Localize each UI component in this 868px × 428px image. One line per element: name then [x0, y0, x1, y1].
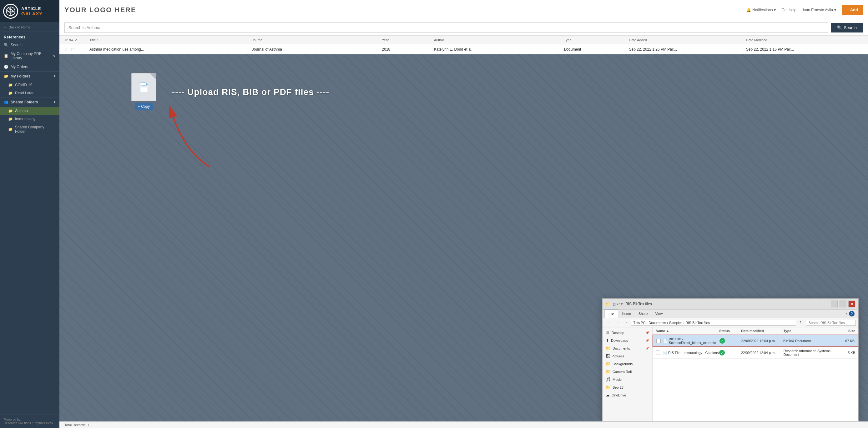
- sidebar-item-read-later[interactable]: 📁 Read Later: [0, 89, 59, 97]
- get-help-button[interactable]: Get Help: [781, 8, 796, 12]
- fe-close-button[interactable]: ✕: [848, 300, 855, 307]
- sidebar-item-immunology[interactable]: 📁 Immunology: [0, 115, 59, 123]
- table-col-date-added: Date Added: [629, 38, 746, 42]
- fe-maximize-button[interactable]: □: [840, 300, 846, 307]
- pictures-icon: 🖼: [606, 354, 610, 358]
- bib-file-name: 📄 BIB File - ScienceDirect_bibtex_exampl…: [656, 337, 719, 344]
- ris-checkbox[interactable]: [656, 351, 660, 355]
- table-row[interactable]: ☆ 🏷 Asthma medication use among... Journ…: [59, 44, 868, 54]
- notifications-button[interactable]: 🔔 Notifications ▾: [746, 8, 776, 12]
- fe-ribbon: File Home Share View ∧ ?: [602, 309, 858, 318]
- sidebar-item-search[interactable]: 🔍 Search: [0, 41, 59, 50]
- col-type-header[interactable]: Type: [783, 329, 836, 333]
- fe-back-button[interactable]: ←: [605, 320, 613, 326]
- logo-icon: [3, 4, 18, 19]
- fe-minimize-button[interactable]: ─: [831, 300, 838, 307]
- sidebar: ARTICLE GALAXY ← Back to Home References…: [0, 0, 59, 428]
- fe-forward-button[interactable]: →: [614, 320, 622, 326]
- ris-type: Research Information Systems Document: [783, 349, 836, 357]
- add-button[interactable]: + Add: [842, 5, 863, 15]
- fe-item-pictures[interactable]: 🖼 Pictures: [602, 352, 652, 360]
- col-status-header[interactable]: Status: [719, 329, 741, 333]
- bib-checkbox[interactable]: [656, 339, 661, 343]
- plus-icon[interactable]: +: [54, 74, 56, 78]
- folder-shared-company-icon: 📁: [8, 127, 13, 132]
- shared-folders-header[interactable]: 👥 Shared Folders +: [0, 97, 59, 107]
- folder-covid-icon: 📁: [8, 83, 13, 87]
- ris-status: ✓: [719, 350, 741, 356]
- fe-folder-icon: 📁: [606, 302, 610, 306]
- sidebar-item-asthma[interactable]: 📁 Asthma: [0, 107, 59, 115]
- fe-tab-home[interactable]: Home: [618, 310, 635, 318]
- fe-file-row-bib[interactable]: 📄 BIB File - ScienceDirect_bibtex_exampl…: [653, 335, 858, 347]
- my-folders-header[interactable]: 📁 My Folders +: [0, 71, 59, 81]
- fe-item-onedrive[interactable]: ☁ OneDrive: [602, 391, 652, 399]
- sidebar-item-covid[interactable]: 📁 COVID-19: [0, 81, 59, 89]
- col-name-header[interactable]: Name ▲: [656, 329, 719, 333]
- fe-item-downloads[interactable]: ⬇ Downloads 📌: [602, 336, 652, 344]
- table-col-title[interactable]: Title ↑: [89, 38, 252, 42]
- pin-documents-icon: 📌: [646, 347, 649, 350]
- table-col-type: Type: [564, 38, 629, 42]
- sidebar-item-company-library[interactable]: 📋 My Company PDF Library ∨: [0, 50, 59, 63]
- fe-item-desktop[interactable]: 🖥 Desktop 📌: [602, 329, 652, 336]
- fe-address-text: This PC › Documents › Samples › RIS-BibT…: [633, 321, 710, 325]
- bib-size: 67 KB: [836, 339, 855, 343]
- fe-item-backgrounds[interactable]: 📁 Backgrounds: [602, 360, 652, 368]
- downloads-icon: ⬇: [606, 338, 609, 343]
- fe-tab-share[interactable]: Share: [635, 310, 651, 318]
- fe-file-header: Name ▲ Status Date modified Type Size: [653, 327, 858, 335]
- back-to-home-button[interactable]: ← Back to Home: [0, 23, 59, 32]
- user-menu-button[interactable]: Juan Ernesto Avila ▾: [802, 8, 836, 12]
- ris-status-icon: ✓: [719, 350, 725, 356]
- fe-item-music[interactable]: 🎵 Music: [602, 375, 652, 383]
- tag-icon: 🏷: [69, 37, 73, 42]
- chevron-down-icon: ∨: [53, 54, 56, 58]
- library-icon: 📋: [4, 54, 8, 58]
- row-title: Asthma medication use among...: [89, 47, 252, 52]
- file-document-icon: 📄: [138, 82, 150, 93]
- fe-up-button[interactable]: ↑: [623, 320, 629, 326]
- sidebar-item-my-orders[interactable]: 🕐 My Orders: [0, 63, 59, 71]
- fe-refresh-button[interactable]: ↻: [797, 319, 805, 326]
- main-content: YOUR LOGO HERE 🔔 Notifications ▾ Get Hel…: [59, 0, 868, 428]
- fe-right-panel: Name ▲ Status Date modified Type Size 📄: [653, 327, 858, 421]
- fe-help-icon[interactable]: ?: [849, 311, 855, 317]
- ris-file-icon: 📄: [663, 351, 667, 355]
- row-year: 2018: [382, 47, 434, 52]
- fe-item-sep23[interactable]: 📁 Sep 23: [602, 383, 652, 391]
- row-date-added: Sep 22, 2022 1:26 PM Pac...: [629, 47, 746, 52]
- drop-zone-area[interactable]: 📄 + Copy ---- Upload RIS, BIB or PDF fil…: [59, 54, 868, 422]
- fe-tab-file[interactable]: File: [604, 309, 618, 318]
- sidebar-item-shared-company[interactable]: 📁 Shared Company Folder: [0, 123, 59, 136]
- references-section-label: References: [0, 32, 59, 41]
- bib-type: BibTeX Document: [783, 339, 836, 343]
- pin-icon: 📌: [646, 331, 649, 334]
- dash-suffix: ----: [316, 87, 329, 97]
- search-icon: 🔍: [4, 43, 8, 47]
- ris-size: 5 KB: [836, 351, 855, 355]
- fe-item-documents[interactable]: 📁 Documents 📌: [602, 344, 652, 352]
- search-button[interactable]: 🔍 Search: [831, 23, 863, 32]
- bib-file-icon: 📄: [663, 339, 668, 343]
- top-right-controls: 🔔 Notifications ▾ Get Help Juan Ernesto …: [746, 5, 863, 15]
- fe-file-row-ris[interactable]: 📄 RIS File - Immunology - Citations ✓ 22…: [653, 347, 858, 359]
- page-logo: YOUR LOGO HERE: [64, 6, 136, 14]
- col-size-header[interactable]: Size: [836, 329, 855, 333]
- row-date-modified: Sep 22, 2022 1:16 PM Pac...: [746, 47, 863, 52]
- fe-search-input[interactable]: [806, 320, 856, 326]
- col-date-header[interactable]: Date modified: [741, 329, 783, 333]
- fe-tab-view[interactable]: View: [651, 310, 666, 318]
- table-col-year: Year: [382, 38, 434, 42]
- shared-plus-icon[interactable]: +: [54, 100, 56, 104]
- search-input[interactable]: [64, 23, 828, 33]
- file-drop-icon: 📄 + Copy: [131, 73, 156, 110]
- row-journal: Journal of Asthma: [252, 47, 382, 52]
- fe-address-bar[interactable]: This PC › Documents › Samples › RIS-BibT…: [631, 320, 796, 326]
- fe-item-camera-roll[interactable]: 📁 Camera Roll: [602, 368, 652, 375]
- red-arrow: [159, 104, 222, 174]
- pin-downloads-icon: 📌: [646, 339, 649, 342]
- fe-title: RIS-BibTex files: [625, 302, 652, 306]
- sort-icon: ▲: [666, 329, 670, 333]
- documents-icon: 📁: [606, 346, 611, 351]
